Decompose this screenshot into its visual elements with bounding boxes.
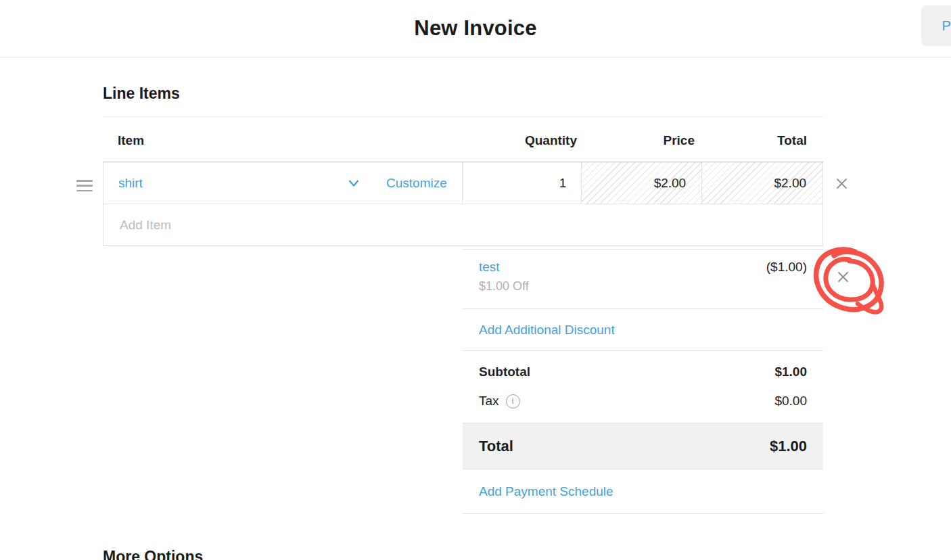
- discount-row: test ($1.00) $1.00 Off: [463, 249, 823, 308]
- add-item-input[interactable]: [120, 218, 806, 233]
- add-discount-row: Add Additional Discount: [463, 308, 823, 350]
- preview-button[interactable]: Preview: [921, 5, 951, 46]
- tax-label: Tax: [479, 394, 499, 409]
- add-item-row: [103, 204, 823, 246]
- chevron-down-icon: [348, 176, 359, 191]
- total-label: Total: [479, 438, 513, 455]
- page-header: New Invoice Preview: [0, 0, 951, 57]
- column-header-total: Total: [703, 133, 823, 148]
- subtotal-label: Subtotal: [479, 365, 530, 379]
- discount-description: $1.00 Off: [479, 279, 807, 294]
- item-select-value: shirt: [118, 176, 143, 191]
- info-icon[interactable]: i: [506, 394, 520, 409]
- total-value: $1.00: [770, 438, 807, 455]
- column-header-item: Item: [103, 133, 463, 148]
- remove-row-button[interactable]: [835, 177, 848, 189]
- customize-link[interactable]: Customize: [386, 176, 447, 191]
- line-items-table-header: Item Quantity Price Total: [103, 120, 823, 162]
- tax-value: $0.00: [774, 394, 807, 409]
- item-select[interactable]: shirt: [118, 176, 359, 191]
- subtotal-tax-row: Subtotal $1.00 Tax i $0.00: [463, 350, 823, 423]
- payment-schedule-row: Add Payment Schedule: [463, 469, 823, 514]
- page-title: New Invoice: [414, 16, 536, 41]
- discount-name-link[interactable]: test: [479, 260, 500, 275]
- item-cell: shirt Customize: [103, 162, 463, 204]
- quantity-cell[interactable]: 1: [463, 162, 582, 204]
- section-divider: [103, 116, 823, 117]
- price-cell: $2.00: [582, 162, 702, 204]
- column-header-price: Price: [582, 133, 703, 148]
- subtotal-value: $1.00: [774, 365, 807, 379]
- total-row: Total $1.00: [463, 423, 823, 469]
- line-items-heading: Line Items: [103, 85, 180, 103]
- discount-amount: ($1.00): [766, 260, 807, 275]
- remove-discount-button[interactable]: [837, 271, 849, 283]
- more-options-heading: More Options: [103, 548, 203, 560]
- add-additional-discount-link[interactable]: Add Additional Discount: [479, 323, 615, 337]
- add-payment-schedule-link[interactable]: Add Payment Schedule: [479, 484, 613, 499]
- drag-handle-icon[interactable]: [76, 180, 93, 191]
- column-header-quantity: Quantity: [463, 133, 582, 148]
- table-row: shirt Customize 1 $2.00 $2.00: [103, 162, 823, 204]
- new-invoice-page: New Invoice Preview Line Items Item Quan…: [0, 0, 951, 560]
- total-cell: $2.00: [702, 162, 822, 204]
- invoice-summary: test ($1.00) $1.00 Off Add Additional Di…: [463, 249, 823, 514]
